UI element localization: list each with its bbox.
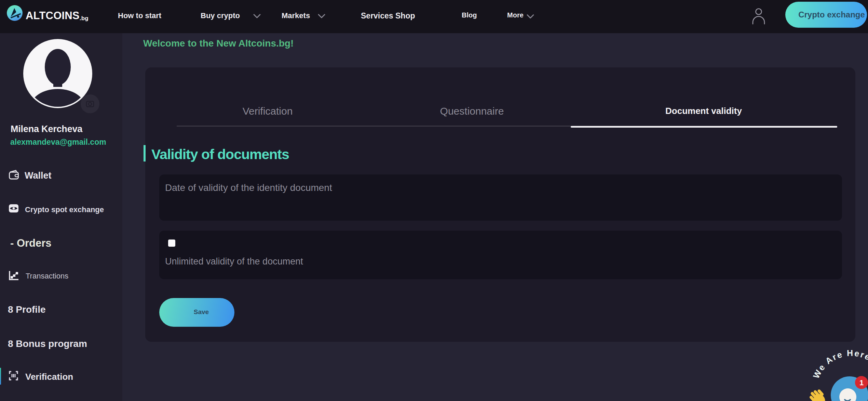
svg-text:We Are Here: We Are Here [811, 349, 868, 380]
svg-text:1: 1 [859, 378, 864, 387]
